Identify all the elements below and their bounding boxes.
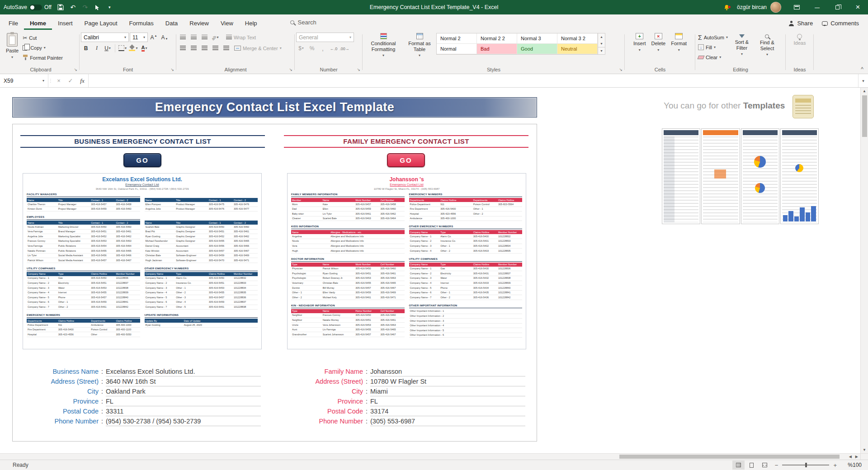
currency-format-button[interactable]: $▾ [296,43,306,53]
ribbon-tab-data[interactable]: Data [160,16,184,30]
undo-icon[interactable]: ↶ [67,1,79,13]
decrease-font-size-button[interactable]: A▼ [160,33,170,42]
styles-dialog-launcher[interactable]: ↘ [619,68,623,72]
cut-button[interactable]: ✂Cut [21,33,64,42]
cell-style-normal-2-2[interactable]: Normal 2 2 [477,33,517,44]
cancel-icon[interactable]: × [53,74,65,87]
font-color-button[interactable]: A▾ [139,43,149,53]
cell-style-bad[interactable]: Bad [477,44,517,54]
user-avatar[interactable] [770,2,781,13]
template-thumb-4[interactable] [780,128,819,224]
normal-view-button[interactable] [732,461,745,470]
cell-style-normal-3[interactable]: Normal 3 [517,33,557,44]
family-go-button[interactable]: GO [387,153,425,167]
insert-cells-button[interactable]: + Insert ▾ [631,31,649,53]
cell-style-normal[interactable]: Normal [437,44,477,54]
align-top-button[interactable] [178,33,188,42]
font-size-select[interactable]: 11▾ [130,33,148,42]
merge-center-button[interactable]: Merge & Center▾ [233,43,283,53]
ribbon-tab-formulas[interactable]: Formulas [123,16,160,30]
borders-button[interactable]: ▾ [118,43,127,53]
ribbon-tab-help[interactable]: Help [239,16,263,30]
collapse-ribbon-icon[interactable]: ^ [861,66,863,72]
gallery-down-icon[interactable]: ▼ [598,40,605,47]
form-value-cell[interactable]: 10780 W Flagler St [370,377,525,386]
fill-color-button[interactable]: ▾ [128,43,138,53]
italic-button[interactable]: I [92,43,102,53]
template-thumb-1[interactable] [662,128,700,224]
cell-style-neutral[interactable]: Neutral [557,44,598,54]
ribbon-tab-page-layout[interactable]: Page Layout [79,16,123,30]
autosave-switch-icon[interactable] [29,5,42,10]
cell-style-good[interactable]: Good [517,44,557,54]
zoom-out-button[interactable]: − [772,462,782,469]
paste-button[interactable]: Paste ▾ [3,31,21,60]
zoom-slider-thumb[interactable] [805,463,807,467]
templates-icon[interactable] [793,95,814,118]
alignment-dialog-launcher[interactable]: ↘ [289,68,292,72]
ideas-button[interactable]: Ideas [791,31,809,47]
conditional-formatting-button[interactable]: Conditional Formatting ▾ [364,31,403,58]
align-left-button[interactable] [178,43,188,53]
user-name[interactable]: özgür bircan [737,4,767,10]
align-bottom-button[interactable] [199,33,209,42]
zoom-level[interactable]: %100 [841,462,862,468]
save-icon[interactable] [55,1,66,13]
maximize-restore-button[interactable] [827,0,848,14]
form-value-cell[interactable]: 33311 [106,407,261,416]
page-break-view-button[interactable] [759,461,771,470]
align-middle-button[interactable] [189,33,198,42]
form-value-cell[interactable]: FL [370,397,525,406]
autosave-toggle[interactable]: AutoSave Off [4,4,52,10]
fill-button[interactable]: ↓Fill▾ [697,42,729,52]
gallery-more-icon[interactable]: ▼ [598,47,605,54]
form-value-cell[interactable]: FL [106,397,261,406]
zoom-in-button[interactable]: + [830,462,840,469]
copy-button[interactable]: Copy▾ [21,43,64,52]
close-button[interactable]: × [848,0,868,14]
ribbon-tab-review[interactable]: Review [184,16,215,30]
touch-mouse-mode-icon[interactable] [92,1,103,13]
clipboard-dialog-launcher[interactable]: ↘ [74,68,77,72]
template-thumb-2[interactable] [701,128,740,224]
increase-font-size-button[interactable]: A▲ [149,33,159,42]
minimize-button[interactable]: ─ [807,0,827,14]
ribbon-tab-insert[interactable]: Insert [52,16,79,30]
align-right-button[interactable] [199,43,209,53]
notifications-icon[interactable] [721,4,733,11]
horizontal-scroll-thumb[interactable] [619,455,840,459]
comments-button[interactable]: Comments [822,20,859,27]
autosum-button[interactable]: ΣAutoSum▾ [697,33,729,42]
ribbon-tab-home[interactable]: Home [24,16,52,30]
ribbon-tab-view[interactable]: View [215,16,239,30]
worksheet[interactable]: Emergency Contact List Excel Template Yo… [0,88,860,453]
vertical-scroll-thumb[interactable] [862,95,867,137]
business-go-button[interactable]: GO [123,153,161,167]
qat-customize-icon[interactable]: ▾ [104,1,115,13]
increase-decimal-button[interactable] [329,43,339,53]
format-as-table-button[interactable]: Format as Table ▾ [403,31,436,58]
cell-style-normal-3-2[interactable]: Normal 3 2 [557,33,598,44]
scroll-left-icon[interactable]: ◀ [849,455,852,459]
horizontal-scrollbar[interactable]: ◀ ▶ [0,453,860,460]
search-box[interactable]: Search [290,19,316,26]
bold-button[interactable]: B [81,43,91,53]
form-value-cell[interactable]: 3640 NW 16th St [106,377,261,386]
form-value-cell[interactable]: Miami [370,387,525,396]
font-dialog-launcher[interactable]: ↘ [170,68,174,72]
form-value-cell[interactable]: Johansson [370,367,525,376]
enter-icon[interactable]: ✓ [65,74,76,87]
comma-format-button[interactable]: , [318,43,328,53]
redo-icon[interactable]: ↷ [80,1,91,13]
number-dialog-launcher[interactable]: ↘ [357,68,360,72]
template-thumb-3[interactable] [741,128,779,224]
formula-input[interactable] [88,74,858,87]
sort-filter-button[interactable]: Sort & Filter ▾ [729,31,755,57]
align-center-button[interactable] [189,43,198,53]
underline-button[interactable]: U▾ [103,43,113,53]
zoom-slider[interactable] [782,465,829,465]
form-value-cell[interactable]: 33174 [370,407,525,416]
scroll-up-icon[interactable]: ▲ [861,88,868,94]
form-value-cell[interactable]: Excelanss Excel Solutions Ltd. [106,367,261,376]
decrease-indent-button[interactable] [210,43,220,53]
